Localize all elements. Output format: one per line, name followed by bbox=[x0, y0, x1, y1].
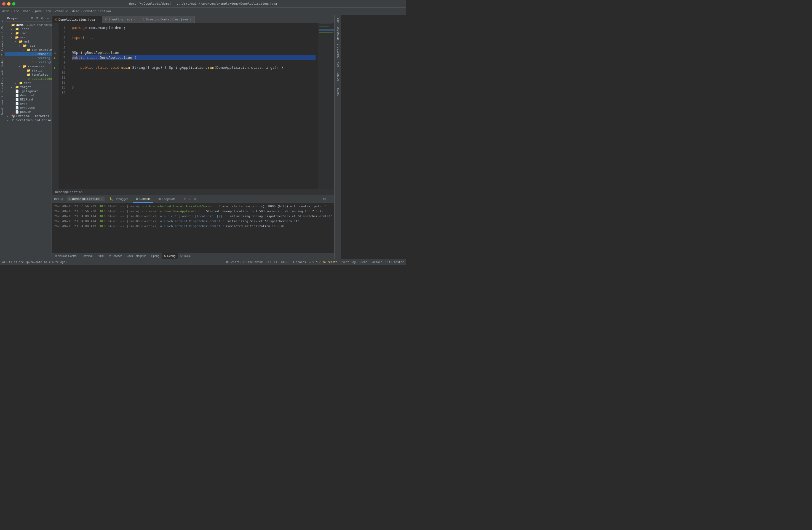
tree-item-.gitignore[interactable]: 📄.gitignore bbox=[5, 89, 52, 93]
activity-web[interactable]: Web bbox=[1, 69, 4, 76]
run-icon[interactable]: ▶ bbox=[54, 66, 56, 69]
tree-item-scratches-and-consoles[interactable]: ▸🗒Scratches and Consoles bbox=[5, 118, 52, 122]
tree-item-.mvn[interactable]: ▸📁.mvn bbox=[5, 31, 52, 35]
sidebar-database[interactable]: Database bbox=[336, 25, 340, 41]
bottom-tab-terminal[interactable]: Terminal bbox=[80, 253, 95, 259]
bean-icon[interactable]: ⬡ bbox=[54, 51, 56, 54]
activity-jrebel[interactable]: JRebel bbox=[1, 57, 4, 69]
tree-item-src[interactable]: ▾📂src bbox=[5, 35, 52, 40]
tree-item-java[interactable]: ▾📂java bbox=[5, 44, 52, 48]
bottom-tab-spring[interactable]: Spring bbox=[149, 253, 162, 259]
debug-session-selector[interactable]: ▶ DemoApplication ✕ bbox=[67, 197, 104, 201]
debug-filter-btn[interactable]: ⊞ bbox=[193, 197, 198, 201]
sidebar-plantuml[interactable]: PlantUML bbox=[336, 69, 340, 86]
breadcrumb-item-main[interactable]: main bbox=[23, 9, 31, 13]
tab-close-button[interactable]: ✕ bbox=[134, 18, 136, 21]
status-git[interactable]: Git: master bbox=[386, 261, 404, 264]
editor-filename-label: DemoApplication bbox=[52, 189, 334, 195]
tab-Greeting-java[interactable]: CGreeting.java✕ bbox=[102, 16, 139, 23]
tree-item-greeting[interactable]: CGreeting bbox=[5, 56, 52, 60]
debug-panel: Debug: ▶ DemoApplication ✕ 🐛 Debugger ▤ … bbox=[52, 195, 334, 253]
debug-clear-btn[interactable]: ≡ bbox=[183, 197, 187, 201]
tree-item-mvnw[interactable]: 📄mvnw bbox=[5, 101, 52, 106]
file-tree: ▾📂demo~/Downloads/demo master▸📁.idea▸📁.m… bbox=[5, 22, 52, 259]
token-normal: (DemoApplication.class, args); } bbox=[214, 65, 283, 70]
tree-item-demo.iml[interactable]: 📄demo.iml bbox=[5, 93, 52, 97]
debug-settings-btn[interactable]: ⚙ bbox=[322, 197, 327, 201]
bottom-tab-build[interactable]: Build bbox=[95, 253, 106, 259]
breadcrumb-item-demo[interactable]: demo bbox=[2, 9, 10, 13]
collapse-button[interactable]: – bbox=[46, 16, 49, 20]
tree-arrow: ▾ bbox=[7, 24, 11, 27]
breadcrumb-item-src[interactable]: src bbox=[14, 9, 19, 13]
debugger-tab[interactable]: 🐛 Debugger bbox=[107, 195, 130, 203]
sidebar-maven[interactable]: Maven bbox=[336, 86, 340, 98]
breadcrumb-item-java[interactable]: java bbox=[34, 9, 42, 13]
tree-item-demoapplication[interactable]: CDemoApplication bbox=[5, 52, 52, 56]
activity-wordbook[interactable]: Word Book bbox=[1, 99, 4, 116]
activity-favorites[interactable]: 2: Favorites bbox=[1, 35, 4, 57]
maximize-button[interactable] bbox=[12, 2, 15, 5]
tree-arrow: ▾ bbox=[23, 48, 27, 51]
tree-item-static[interactable]: ▸📁static bbox=[5, 68, 52, 73]
breadcrumb-item-DemoApplication[interactable]: DemoApplication bbox=[83, 9, 111, 13]
jrebel-console[interactable]: JRebel Console bbox=[359, 261, 382, 264]
tree-item-external-libraries[interactable]: ▸📚External Libraries bbox=[5, 114, 52, 118]
locate-file-button[interactable]: ⊕ bbox=[30, 16, 34, 20]
endpoints-tab[interactable]: ⊞ Endpoints bbox=[156, 195, 178, 203]
tree-item-main[interactable]: ▾📂main bbox=[5, 40, 52, 44]
right-panel: CDemoApplication.java✕CGreeting.java✕CGr… bbox=[52, 15, 334, 259]
breadcrumb-item-example[interactable]: example bbox=[55, 9, 68, 13]
tree-arrow: ▸ bbox=[11, 28, 15, 31]
tree-item-resources[interactable]: ▾📂resources bbox=[5, 64, 52, 68]
tree-item-greetingcontroller[interactable]: CGreetingController bbox=[5, 60, 52, 64]
tree-item-templates[interactable]: ▸📁templates bbox=[5, 73, 52, 77]
tab-close-button[interactable]: ✕ bbox=[97, 18, 98, 21]
scroll-to-source-button[interactable]: ≡ bbox=[35, 16, 39, 20]
event-log[interactable]: Event Log bbox=[340, 261, 356, 264]
tree-item-.idea[interactable]: ▸📁.idea bbox=[5, 27, 52, 31]
bottom-tab-8:-services[interactable]: 8: Services bbox=[106, 253, 125, 259]
run-icon[interactable]: ▶ bbox=[54, 56, 56, 59]
code-area[interactable]: package com.example.demo; import ... @Sp… bbox=[68, 23, 318, 189]
tree-item-pom.xml[interactable]: 📄pom.xml bbox=[5, 110, 52, 114]
status-indent[interactable]: 4 spaces bbox=[293, 261, 306, 264]
gutter-line-13 bbox=[52, 85, 58, 90]
log-dashes: --- bbox=[119, 209, 125, 214]
bottom-tab-9:-version-control[interactable]: 9: Version Control bbox=[53, 253, 79, 259]
activity-project[interactable]: 1: Project bbox=[1, 16, 4, 35]
bottom-tab-java-enterprise[interactable]: Java Enterprise bbox=[125, 253, 148, 259]
debug-scroll-btn[interactable]: ↓ bbox=[188, 197, 192, 201]
status-vcs[interactable]: ⚠ 9 Δ / no remote bbox=[309, 261, 337, 264]
tree-item-mvnw.cmd[interactable]: 📄mvnw.cmd bbox=[5, 106, 52, 110]
tree-item-application.properties[interactable]: ⚙application.properties bbox=[5, 77, 52, 81]
tree-item-target[interactable]: ▸📁target bbox=[5, 85, 52, 89]
console-tab[interactable]: ▤ Console bbox=[133, 195, 153, 203]
folder-icon: 📂 bbox=[11, 23, 15, 27]
status-encoding[interactable]: UTF-8 bbox=[281, 261, 289, 264]
settings-button[interactable]: ⚙ bbox=[40, 16, 45, 20]
bottom-tab-5:-debug[interactable]: 5: Debug bbox=[162, 253, 178, 259]
status-position[interactable]: 7:1 bbox=[266, 261, 271, 264]
tab-GreetingController-java[interactable]: CGreetingController.java✕ bbox=[139, 16, 195, 23]
status-chars[interactable]: 81 chars, 1 line break bbox=[226, 261, 263, 264]
bottom-tab-6:-todo[interactable]: 6: TODO bbox=[178, 253, 194, 259]
tree-item-com.example.demo[interactable]: ▾📂com.example.demo bbox=[5, 48, 52, 52]
tree-item-help.md[interactable]: 📄HELP.md bbox=[5, 97, 52, 101]
activity-structure[interactable]: 7: Structure bbox=[1, 76, 4, 99]
line-num-6: 6 bbox=[58, 50, 67, 55]
tab-close-button[interactable]: ✕ bbox=[189, 18, 191, 21]
window-controls[interactable] bbox=[2, 2, 15, 5]
close-button[interactable] bbox=[2, 2, 5, 5]
tree-item-test[interactable]: ▸📁test bbox=[5, 81, 52, 85]
breadcrumb-item-demo[interactable]: demo bbox=[72, 9, 79, 13]
breadcrumb-item-com[interactable]: com bbox=[46, 9, 51, 13]
minimize-button[interactable] bbox=[7, 2, 11, 5]
sidebar-key-promoter[interactable]: Key Promoter X bbox=[336, 42, 340, 68]
debug-minimize-btn[interactable]: – bbox=[328, 197, 332, 201]
tab-DemoApplication-java[interactable]: CDemoApplication.java✕ bbox=[52, 16, 102, 23]
sidebar-ant[interactable]: Ant bbox=[336, 16, 340, 24]
status-lf[interactable]: LF bbox=[274, 261, 278, 264]
editor-area[interactable]: ⬡▶▶ 1234567891011121314 package com.exam… bbox=[52, 23, 334, 189]
tree-item-demo[interactable]: ▾📂demo~/Downloads/demo master bbox=[5, 23, 52, 27]
